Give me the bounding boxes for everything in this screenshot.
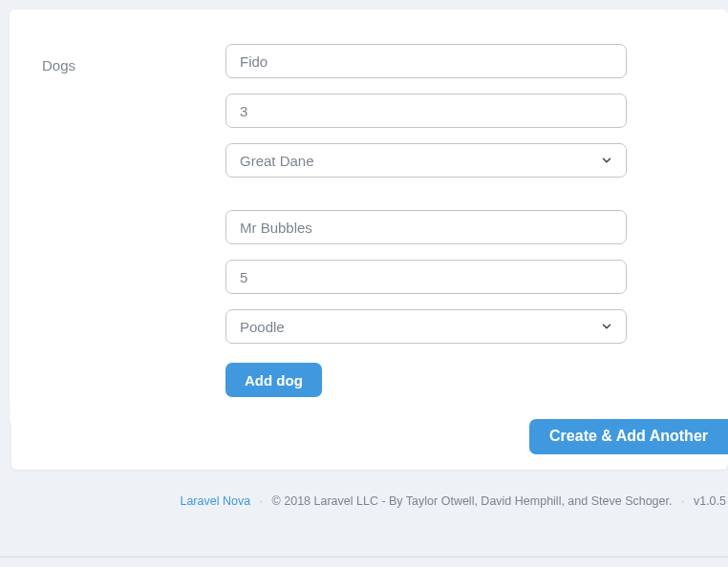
dog-group-0	[225, 44, 627, 178]
dog-number-input[interactable]	[225, 94, 627, 128]
page-footer: Laravel Nova · © 2018 Laravel LLC - By T…	[0, 494, 728, 508]
version-text: v1.0.5	[694, 494, 726, 508]
add-dog-button[interactable]: Add dog	[225, 363, 322, 397]
field-inputs-container: Add dog	[225, 44, 627, 397]
dog-number-input[interactable]	[225, 260, 627, 294]
copyright-text: © 2018 Laravel LLC - By Taylor Otwell, D…	[272, 494, 673, 508]
field-row: Dogs	[42, 44, 690, 397]
dog-name-input[interactable]	[225, 44, 627, 78]
field-label: Dogs	[42, 44, 225, 397]
dog-breed-select-wrapper	[225, 143, 627, 178]
separator: ·	[681, 494, 684, 508]
form-card: Dogs	[10, 10, 728, 426]
dog-breed-select[interactable]	[225, 309, 627, 344]
footer-bar: Create & Add Another	[11, 403, 728, 470]
create-and-add-another-button[interactable]: Create & Add Another	[529, 419, 728, 454]
laravel-nova-link[interactable]: Laravel Nova	[180, 494, 250, 508]
dog-group-1	[225, 210, 627, 344]
bottom-border	[0, 556, 728, 557]
dog-name-input[interactable]	[225, 210, 627, 244]
dog-breed-select[interactable]	[225, 143, 627, 178]
dog-breed-select-wrapper	[225, 309, 627, 344]
separator: ·	[260, 494, 263, 508]
